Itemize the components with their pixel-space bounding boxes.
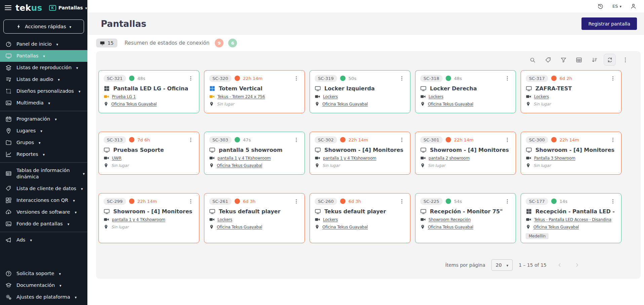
playlist-link[interactable]: Prueba LG 1 <box>112 94 136 99</box>
playlist-link[interactable]: pantalla 1 y 4 TKshowroom <box>112 217 165 222</box>
location-link[interactable]: Oficina Tekus Guayabal <box>428 102 473 106</box>
screen-card-sc-321[interactable]: SC-321 48s Pantalla LED LG - Oficina Pru… <box>98 70 199 113</box>
filter-button[interactable] <box>557 54 569 66</box>
sidebar-item-listas-de-reproduccion[interactable]: Listas de reproducción <box>0 62 87 74</box>
screen-title: Recepción - Pantalla LED - (2... <box>535 208 616 215</box>
location-link[interactable]: Oficina Tekus Guayabal <box>533 225 579 229</box>
sidebar-item-versiones-de-software[interactable]: Versiones de software <box>0 206 87 218</box>
card-menu-button[interactable] <box>292 136 300 143</box>
register-screen-button[interactable]: Registrar pantalla <box>581 17 637 30</box>
tag-icon <box>545 57 551 63</box>
account-button[interactable] <box>630 3 637 9</box>
location-link[interactable]: Oficina Tekus Guayabal <box>322 102 368 106</box>
screen-card-sc-303[interactable]: SC-303 47s pantalla 5 showroom pantalla … <box>204 132 305 175</box>
page-size-select[interactable]: 20 <box>491 259 513 271</box>
card-menu-button[interactable] <box>292 198 300 205</box>
workspace-selector[interactable]: K Pantallas <box>49 5 87 11</box>
chevron-down-icon <box>69 24 71 29</box>
screen-card-sc-225[interactable]: SC-225 54s Recepción - Monitor 75" Showr… <box>415 193 516 243</box>
screen-card-sc-313[interactable]: SC-313 7d 6h Pruebas Soporte UWR Sin lug… <box>98 132 199 175</box>
playlist-link[interactable]: Tekus - Pantalla LED Acceso - Disandina <box>534 217 611 222</box>
screen-id-chip: SC-317 <box>526 75 548 82</box>
sort-button[interactable] <box>588 54 600 66</box>
location-link[interactable]: Oficina Tekus Guayabal <box>217 163 262 168</box>
screen-card-sc-317[interactable]: SC-317 6d 2h ZAFRA-TEST Lockers Sin luga… <box>521 70 621 113</box>
language-selector[interactable]: ES <box>612 4 621 9</box>
online-count-badge: 6 <box>228 39 237 47</box>
sidebar-item-lugares[interactable]: Lugares <box>0 125 87 137</box>
sidebar-item-programacion[interactable]: Programación <box>0 113 87 125</box>
playlist-link[interactable]: Pantalla 3 Showroom <box>534 156 575 161</box>
sidebar-item-multimedia[interactable]: Multimedia <box>0 97 87 109</box>
screen-card-sc-319[interactable]: SC-319 50s Locker Izquierda Lockers Ofic… <box>310 70 410 113</box>
card-menu-button[interactable] <box>504 75 511 82</box>
sidebar-item-reportes[interactable]: Reportes <box>0 148 87 160</box>
sidebar-item-panel-de-inicio[interactable]: Panel de inicio <box>0 38 87 50</box>
location-link[interactable]: Oficina Tekus Guayabal <box>322 225 368 229</box>
card-menu-button[interactable] <box>398 75 405 82</box>
sidebar-item-grupos[interactable]: Grupos <box>0 137 87 148</box>
location-empty-label: Sin lugar <box>533 102 551 106</box>
card-menu-button[interactable] <box>398 136 405 143</box>
card-menu-button[interactable] <box>292 75 300 82</box>
sidebar-item-disenos-personalizados[interactable]: Diseños personalizados <box>0 85 87 97</box>
tag-button[interactable] <box>542 54 554 66</box>
card-tags: Medellín <box>526 232 616 239</box>
hamburger-menu-button[interactable] <box>4 4 12 12</box>
location-link[interactable]: Oficina Tekus Guayabal <box>217 225 262 229</box>
location-pin-icon <box>526 224 531 229</box>
location-link[interactable]: Oficina Tekus Guayabal <box>428 225 473 229</box>
tekus-logo: tekus <box>15 4 42 12</box>
search-button[interactable] <box>526 54 538 66</box>
sidebar-item-tablas-de-informacion-dinamica[interactable]: Tablas de información dinámica <box>0 165 87 183</box>
screen-card-sc-302[interactable]: SC-302 22h 14m Showroom - [4] Monitores … <box>310 132 410 175</box>
card-menu-button[interactable] <box>504 136 511 143</box>
history-button[interactable] <box>597 3 604 9</box>
sidebar-item-ads[interactable]: Ads <box>0 234 87 246</box>
quick-actions-button[interactable]: Acciones rápidas <box>3 19 84 34</box>
card-menu-button[interactable] <box>187 198 194 205</box>
table-button[interactable] <box>573 54 585 66</box>
playlist-link[interactable]: pantalla 1 y 4 TKshowroom <box>217 156 271 161</box>
playlist-link[interactable]: pantalla 1 y 4 TKshowroom <box>323 156 376 161</box>
screen-card-sc-260[interactable]: SC-260 6d 3h Tekus default player Locker… <box>310 193 410 243</box>
playlist-link[interactable]: UWR <box>112 156 121 161</box>
playlist-link[interactable]: Lockers <box>429 94 443 99</box>
card-menu-button[interactable] <box>609 198 616 205</box>
playlist-link[interactable]: Lockers <box>217 217 232 222</box>
last-connection-time: 22h 14m <box>349 137 368 142</box>
card-menu-button[interactable] <box>187 75 194 82</box>
sidebar-item-interacciones-con-qr[interactable]: Interacciones con QR <box>0 194 87 206</box>
sidebar-item-fondo-de-pantallas[interactable]: Fondo de pantallas <box>0 218 87 230</box>
playlist-link[interactable]: Showroom Recepción <box>429 217 471 222</box>
previous-page-button[interactable] <box>555 261 564 269</box>
sidebar-item-solicita-soporte[interactable]: Solicita soporte <box>0 268 87 279</box>
sidebar-item-listas-de-audio[interactable]: Listas de audio <box>0 74 87 85</box>
card-menu-button[interactable] <box>609 75 616 82</box>
screen-card-sc-318[interactable]: SC-318 48s Locker Derecha Lockers Oficin… <box>415 70 516 113</box>
more-button[interactable] <box>619 54 631 66</box>
screen-card-sc-301[interactable]: SC-301 22h 14m Showroom - [4] Monitores … <box>415 132 516 175</box>
card-menu-button[interactable] <box>398 198 405 205</box>
sidebar-item-pantallas[interactable]: Pantallas <box>0 50 87 62</box>
playlist-link[interactable]: pantalla 2 showroom <box>429 156 470 161</box>
screen-card-sc-320[interactable]: SC-320 22h 14m Totem Vertical Tekus - To… <box>204 70 305 113</box>
card-menu-button[interactable] <box>504 198 511 205</box>
sidebar-item-documentacion[interactable]: Documentación <box>0 279 87 291</box>
playlist-link[interactable]: Lockers <box>323 217 338 222</box>
playlist-link[interactable]: Lockers <box>323 94 338 99</box>
playlist-link[interactable]: Lockers <box>534 94 549 99</box>
sidebar-item-lista-de-cliente-de-datos[interactable]: Lista de cliente de datos <box>0 183 87 194</box>
location-link[interactable]: Oficina Tekus Guayabal <box>111 102 157 106</box>
screen-card-sc-299[interactable]: SC-299 22h 14m Showroom - [4] Monitores … <box>98 193 199 243</box>
screen-card-sc-300[interactable]: SC-300 22h 14m Showroom - [4] Monitores … <box>521 132 621 175</box>
sidebar-item-ajustes-de-plataforma[interactable]: Ajustes de plataforma <box>0 291 87 303</box>
screen-card-sc-177[interactable]: SC-177 14s Recepción - Pantalla LED - (2… <box>521 193 621 243</box>
card-menu-button[interactable] <box>609 136 616 143</box>
grid-toolbar <box>526 54 631 66</box>
next-page-button[interactable] <box>573 261 581 269</box>
sync-button[interactable] <box>604 54 616 66</box>
screen-card-sc-261[interactable]: SC-261 6d 3h Tekus default player Locker… <box>204 193 305 243</box>
playlist-link[interactable]: Tekus - Totem 224 x 756 <box>217 94 265 99</box>
card-menu-button[interactable] <box>187 136 194 143</box>
